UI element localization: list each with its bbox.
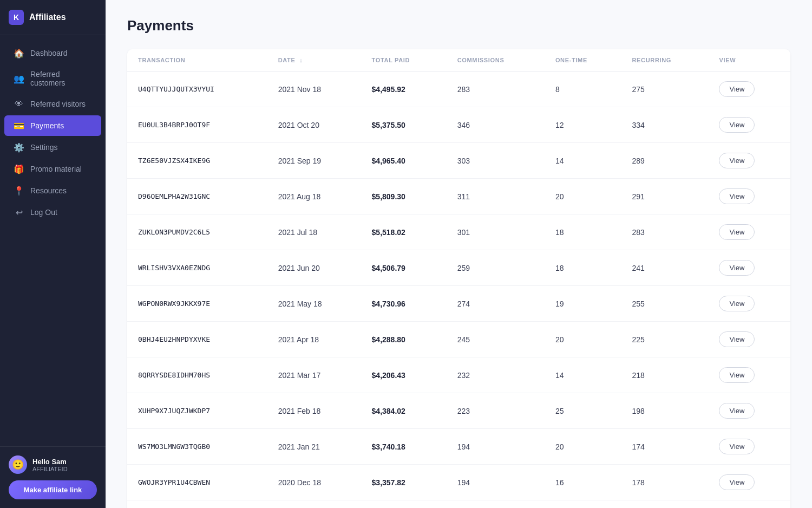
cell-view: View (708, 107, 790, 143)
sidebar-item-promo-material[interactable]: 🎁 Promo material (4, 159, 101, 179)
cell-total-paid: $3,726.99 (361, 500, 447, 509)
cell-transaction: 8QRRYSDE8IDHM70HS (127, 357, 267, 393)
cell-date: 2021 Aug 18 (267, 179, 361, 214)
cell-recurring: 241 (621, 250, 709, 286)
cell-commissions: 194 (447, 429, 545, 465)
view-button[interactable]: View (719, 296, 755, 311)
view-button[interactable]: View (719, 81, 755, 97)
table-header: TRANSACTIONDATE ↓TOTAL PAIDCOMMISSIONSON… (127, 49, 790, 71)
th-date[interactable]: DATE ↓ (267, 49, 361, 71)
dashboard-icon: 🏠 (14, 48, 24, 58)
table-body: U4QTTYUJJQUTX3VYUI 2021 Nov 18 $4,495.92… (127, 71, 790, 509)
cell-one-time: 16 (545, 465, 621, 500)
cell-date: 2021 Jun 20 (267, 250, 361, 286)
sidebar-item-label: Resources (30, 186, 67, 195)
cell-view: View (708, 71, 790, 107)
sidebar-item-logout[interactable]: ↩ Log Out (4, 202, 101, 223)
table-row: XUHP9X7JUQZJWKDP7 2021 Feb 18 $4,384.02 … (127, 393, 790, 429)
view-button[interactable]: View (719, 188, 755, 204)
cell-recurring: 289 (621, 143, 709, 179)
view-button[interactable]: View (719, 474, 755, 490)
cell-date: 2020 Dec 18 (267, 465, 361, 500)
cell-recurring: 334 (621, 107, 709, 143)
cell-total-paid: $4,384.02 (361, 393, 447, 429)
cell-recurring: 275 (621, 71, 709, 107)
sidebar-item-settings[interactable]: ⚙️ Settings (4, 137, 101, 158)
cell-recurring: 283 (621, 214, 709, 250)
cell-one-time: 8 (545, 71, 621, 107)
cell-total-paid: $4,206.43 (361, 357, 447, 393)
table-row: D96OEMLPHA2W31GNC 2021 Aug 18 $5,809.30 … (127, 179, 790, 214)
table-row: GWOJR3YPR1U4CBWEN 2020 Dec 18 $3,357.82 … (127, 465, 790, 500)
sidebar-item-resources[interactable]: 📍 Resources (4, 180, 101, 201)
table-header-row: TRANSACTIONDATE ↓TOTAL PAIDCOMMISSIONSON… (127, 49, 790, 71)
cell-one-time: 20 (545, 429, 621, 465)
avatar: 🙂 (9, 455, 27, 474)
app-title: Affiliates (29, 12, 66, 22)
payments-table: TRANSACTIONDATE ↓TOTAL PAIDCOMMISSIONSON… (127, 49, 790, 508)
cell-transaction: 0BHJ4EU2HNPDYXVKE (127, 322, 267, 357)
th-recurring: RECURRING (621, 49, 709, 71)
cell-total-paid: $4,965.40 (361, 143, 447, 179)
cell-transaction: XUHP9X7JUQZJWKDP7 (127, 393, 267, 429)
cell-recurring: 291 (621, 179, 709, 214)
view-button[interactable]: View (719, 153, 755, 168)
view-button[interactable]: View (719, 403, 755, 419)
user-name: Hello Sam (32, 458, 68, 466)
cell-total-paid: $3,740.18 (361, 429, 447, 465)
view-button[interactable]: View (719, 367, 755, 383)
sidebar-item-label: Promo material (30, 165, 82, 173)
view-button[interactable]: View (719, 439, 755, 454)
cell-date: 2021 May 18 (267, 286, 361, 322)
cell-view: View (708, 143, 790, 179)
cell-commissions: 311 (447, 179, 545, 214)
cell-view: View (708, 214, 790, 250)
table-row: EU0UL3B4BRPJ0OT9F 2021 Oct 20 $5,375.50 … (127, 107, 790, 143)
cell-total-paid: $5,809.30 (361, 179, 447, 214)
table-row: WRLISHV3VXA0EZNDG 2021 Jun 20 $4,506.79 … (127, 250, 790, 286)
cell-commissions: 223 (447, 393, 545, 429)
cell-recurring: 153 (621, 500, 709, 509)
cell-view: View (708, 465, 790, 500)
view-button[interactable]: View (719, 117, 755, 133)
sidebar-item-payments[interactable]: 💳 Payments (4, 115, 101, 136)
view-button[interactable]: View (719, 331, 755, 347)
cell-commissions: 283 (447, 71, 545, 107)
cell-date: 2021 Mar 17 (267, 357, 361, 393)
cell-recurring: 225 (621, 322, 709, 357)
view-button[interactable]: View (719, 224, 755, 240)
sidebar-item-label: Log Out (30, 208, 57, 217)
cell-commissions: 346 (447, 107, 545, 143)
cell-view: View (708, 250, 790, 286)
cell-transaction: GWOJR3YPR1U4CBWEN (127, 465, 267, 500)
app-logo: K (9, 10, 24, 25)
make-affiliate-link-button[interactable]: Make affiliate link (9, 480, 97, 499)
sidebar-header: K Affiliates (0, 0, 106, 35)
cell-recurring: 178 (621, 465, 709, 500)
sidebar-item-referred-customers[interactable]: 👥 Referred customers (4, 64, 101, 93)
th-transaction: TRANSACTION (127, 49, 267, 71)
cell-view: View (708, 500, 790, 509)
sidebar-item-dashboard[interactable]: 🏠 Dashboard (4, 43, 101, 63)
table-row: GSH8M0FS2VL8GMKG9 2020 Nov 23 $3,726.99 … (127, 500, 790, 509)
cell-date: 2021 Sep 19 (267, 143, 361, 179)
table-row: WS7MO3LMNGW3TQGB0 2021 Jan 21 $3,740.18 … (127, 429, 790, 465)
cell-transaction: WRLISHV3VXA0EZNDG (127, 250, 267, 286)
cell-view: View (708, 429, 790, 465)
cell-transaction: EU0UL3B4BRPJ0OT9F (127, 107, 267, 143)
cell-view: View (708, 179, 790, 214)
cell-one-time: 20 (545, 322, 621, 357)
cell-transaction: WS7MO3LMNGW3TQGB0 (127, 429, 267, 465)
sidebar-nav: 🏠 Dashboard 👥 Referred customers 👁 Refer… (0, 35, 106, 446)
view-button[interactable]: View (719, 260, 755, 276)
sidebar-item-label: Referred customers (30, 70, 91, 87)
cell-one-time: 19 (545, 286, 621, 322)
cell-recurring: 198 (621, 393, 709, 429)
cell-one-time: 25 (545, 500, 621, 509)
cell-recurring: 255 (621, 286, 709, 322)
sidebar-item-referred-visitors[interactable]: 👁 Referred visitors (4, 94, 101, 114)
sidebar-item-label: Settings (30, 143, 58, 152)
cell-total-paid: $4,730.96 (361, 286, 447, 322)
table-row: 8QRRYSDE8IDHM70HS 2021 Mar 17 $4,206.43 … (127, 357, 790, 393)
cell-date: 2021 Feb 18 (267, 393, 361, 429)
